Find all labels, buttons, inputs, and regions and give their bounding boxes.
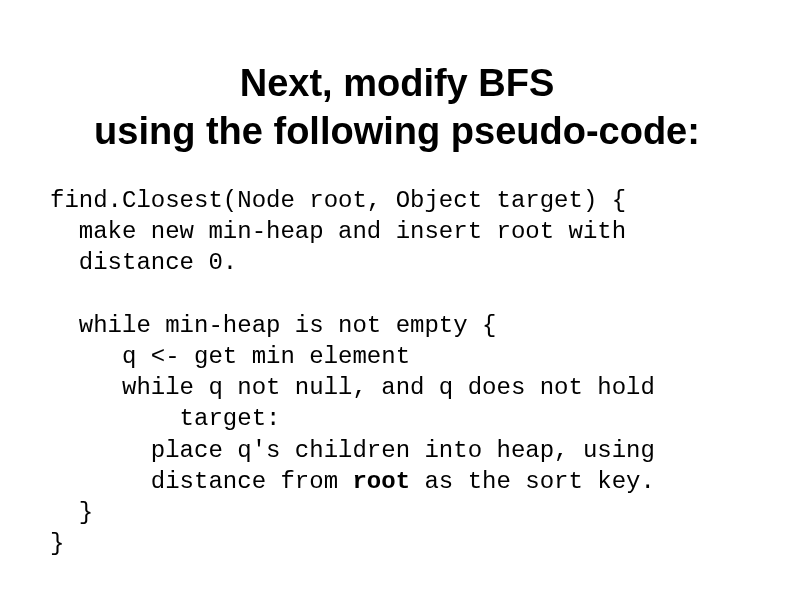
pseudocode-block: find.Closest(Node root, Object target) {… [20, 185, 774, 559]
code-line-part: distance from [50, 468, 352, 495]
title-line-2: using the following pseudo-code: [94, 110, 700, 152]
code-line: while q not null, and q does not hold [50, 374, 655, 401]
title-line-1: Next, modify BFS [240, 62, 555, 104]
slide-title: Next, modify BFS using the following pse… [20, 60, 774, 155]
code-line: distance 0. [50, 249, 237, 276]
code-line: while min-heap is not empty { [50, 312, 496, 339]
code-bold-root: root [352, 468, 410, 495]
code-line: } [50, 499, 93, 526]
code-line: make new min-heap and insert root with [50, 218, 626, 245]
code-line: q <- get min element [50, 343, 410, 370]
code-line-part: as the sort key. [410, 468, 655, 495]
code-line: find.Closest(Node root, Object target) { [50, 187, 626, 214]
code-line: target: [50, 405, 280, 432]
code-line: } [50, 530, 64, 557]
code-line: place q's children into heap, using [50, 437, 655, 464]
